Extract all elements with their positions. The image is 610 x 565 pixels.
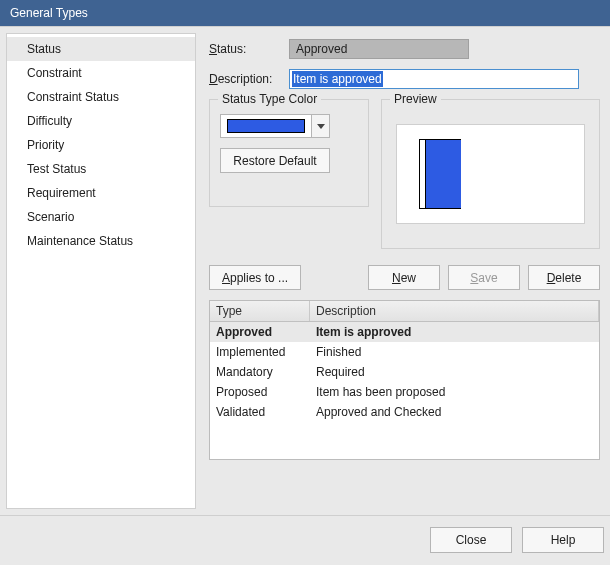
cell-type: Implemented <box>210 342 310 362</box>
preview-group: Preview <box>381 99 600 249</box>
preview-stripe-fill <box>425 140 461 208</box>
title-bar: General Types <box>0 0 610 26</box>
applies-to-button[interactable]: Applies to ... <box>209 265 301 290</box>
color-picker[interactable] <box>220 114 330 138</box>
sidebar-item-test-status[interactable]: Test Status <box>7 157 195 181</box>
table-row[interactable]: ImplementedFinished <box>210 342 599 362</box>
cell-type: Proposed <box>210 382 310 402</box>
category-sidebar: StatusConstraintConstraint StatusDifficu… <box>6 33 196 509</box>
dialog-body: StatusConstraintConstraint StatusDifficu… <box>0 26 610 515</box>
cell-description: Item is approved <box>310 322 599 342</box>
column-header-type[interactable]: Type <box>210 301 310 321</box>
status-type-color-group: Status Type Color Restore Default <box>209 99 369 207</box>
table-row[interactable]: ApprovedItem is approved <box>210 322 599 342</box>
table-row[interactable]: ProposedItem has been proposed <box>210 382 599 402</box>
sidebar-item-scenario[interactable]: Scenario <box>7 205 195 229</box>
table-row[interactable]: MandatoryRequired <box>210 362 599 382</box>
help-button[interactable]: Help <box>522 527 604 553</box>
description-input[interactable]: Item is approved <box>289 69 579 89</box>
status-label: Status: <box>209 42 289 56</box>
delete-button[interactable]: Delete <box>528 265 600 290</box>
sidebar-item-maintenance-status[interactable]: Maintenance Status <box>7 229 195 253</box>
color-group-legend: Status Type Color <box>218 92 321 106</box>
table-row[interactable]: ValidatedApproved and Checked <box>210 402 599 422</box>
cell-description: Finished <box>310 342 599 362</box>
preview-stripe <box>419 139 461 209</box>
dialog-footer: Close Help <box>0 515 610 563</box>
restore-default-button[interactable]: Restore Default <box>220 148 330 173</box>
table-header: Type Description <box>210 301 599 322</box>
sidebar-item-priority[interactable]: Priority <box>7 133 195 157</box>
chevron-down-icon <box>317 124 325 129</box>
color-dropdown-button[interactable] <box>311 115 329 137</box>
window-title: General Types <box>10 6 88 20</box>
color-swatch <box>227 119 305 133</box>
cell-description: Approved and Checked <box>310 402 599 422</box>
new-button[interactable]: New <box>368 265 440 290</box>
cell-type: Approved <box>210 322 310 342</box>
preview-box <box>396 124 585 224</box>
sidebar-item-constraint[interactable]: Constraint <box>7 61 195 85</box>
sidebar-item-difficulty[interactable]: Difficulty <box>7 109 195 133</box>
sidebar-item-constraint-status[interactable]: Constraint Status <box>7 85 195 109</box>
description-selected-text: Item is approved <box>292 71 383 87</box>
cell-type: Validated <box>210 402 310 422</box>
status-value-field: Approved <box>289 39 469 59</box>
sidebar-item-status[interactable]: Status <box>7 37 195 61</box>
save-button[interactable]: Save <box>448 265 520 290</box>
cell-description: Required <box>310 362 599 382</box>
description-label: Description: <box>209 72 289 86</box>
column-header-description[interactable]: Description <box>310 301 599 321</box>
cell-description: Item has been proposed <box>310 382 599 402</box>
content-pane: Status: Approved Description: Item is ap… <box>199 27 610 515</box>
sidebar-item-requirement[interactable]: Requirement <box>7 181 195 205</box>
preview-legend: Preview <box>390 92 441 106</box>
close-button[interactable]: Close <box>430 527 512 553</box>
types-table: Type Description ApprovedItem is approve… <box>209 300 600 460</box>
cell-type: Mandatory <box>210 362 310 382</box>
